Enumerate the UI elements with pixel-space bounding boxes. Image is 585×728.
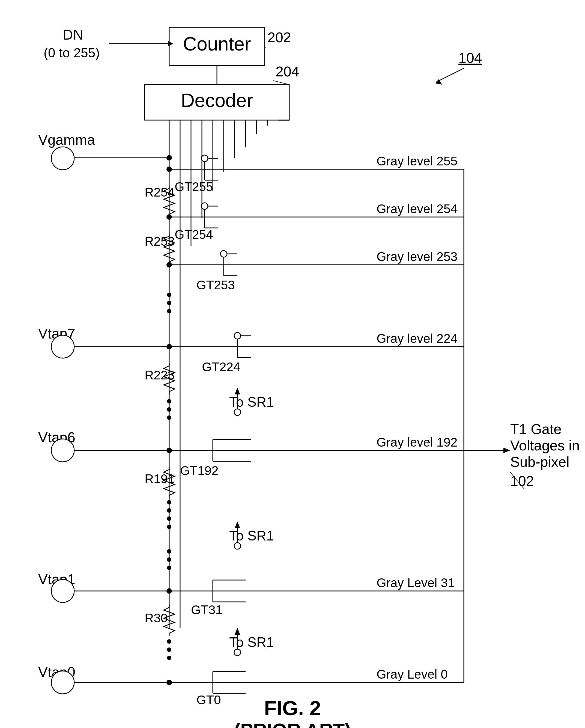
gray-0: Gray Level 0 [376,667,448,681]
gray-254: Gray level 254 [376,202,458,216]
voltages-in-label: Voltages in [510,438,580,453]
svg-point-33 [166,214,172,220]
svg-point-63 [167,415,171,420]
svg-rect-0 [0,0,585,728]
svg-point-79 [167,549,171,553]
svg-point-92 [234,649,241,656]
gray-224: Gray level 224 [376,331,458,345]
svg-point-62 [167,407,171,412]
to-sr1-2-label: To SR1 [229,528,274,544]
svg-point-82 [51,579,74,602]
svg-point-94 [167,648,171,652]
gray-253: Gray level 253 [376,250,458,264]
to-sr1-3-label: To SR1 [229,635,274,650]
svg-point-25 [166,166,172,172]
svg-point-78 [234,543,241,549]
to-sr1-1-label: To SR1 [229,394,274,410]
decoder-label: Decoder [181,90,253,111]
svg-point-23 [166,155,172,160]
gt255-label: GT255 [175,180,213,194]
ref-202: 202 [267,29,291,45]
gt254-label: GT254 [175,227,213,241]
svg-point-93 [167,639,171,644]
svg-point-64 [51,439,74,462]
gt192-label: GT192 [180,464,218,478]
svg-point-73 [167,508,171,513]
gray-255: Gray level 255 [376,154,458,168]
svg-point-61 [167,399,171,404]
ref-204: 204 [275,63,299,79]
diagram: Counter DN (0 to 255) 202 Decoder 204 10… [0,0,585,728]
counter-label: Counter [183,33,251,55]
r191-label: R191 [144,472,175,486]
gray-192: Gray level 192 [376,435,458,449]
gt224-label: GT224 [202,360,240,374]
svg-point-80 [167,557,171,562]
svg-point-47 [167,301,171,305]
dn-label: DN [63,27,83,43]
svg-point-74 [167,516,171,521]
ref-104: 104 [458,50,482,66]
prior-art-label: (PRIOR ART) [234,720,351,728]
svg-point-29 [202,155,208,162]
dn-range-label: (0 to 255) [44,46,100,60]
gt0-label: GT0 [196,693,221,707]
svg-point-37 [202,203,208,209]
svg-point-95 [167,656,171,660]
svg-point-96 [51,671,74,694]
gt31-label: GT31 [191,603,222,617]
svg-point-49 [51,335,74,358]
svg-point-56 [234,333,241,339]
svg-point-60 [234,409,241,415]
svg-point-81 [167,566,171,570]
svg-point-48 [167,309,171,313]
svg-point-40 [166,262,172,267]
gt253-label: GT253 [196,278,235,292]
vgamma-label: Vgamma [38,132,95,148]
fig-label: FIG. 2 [264,697,321,720]
svg-point-44 [220,251,227,257]
t1-gate-label: T1 Gate [510,421,561,437]
sub-pixel-label: Sub-pixel [510,454,569,470]
svg-point-46 [167,293,171,297]
svg-point-10 [51,147,74,170]
svg-point-75 [167,525,171,529]
gray-31: Gray Level 31 [376,576,455,590]
svg-point-72 [167,500,171,504]
r223-label: R223 [144,368,175,382]
